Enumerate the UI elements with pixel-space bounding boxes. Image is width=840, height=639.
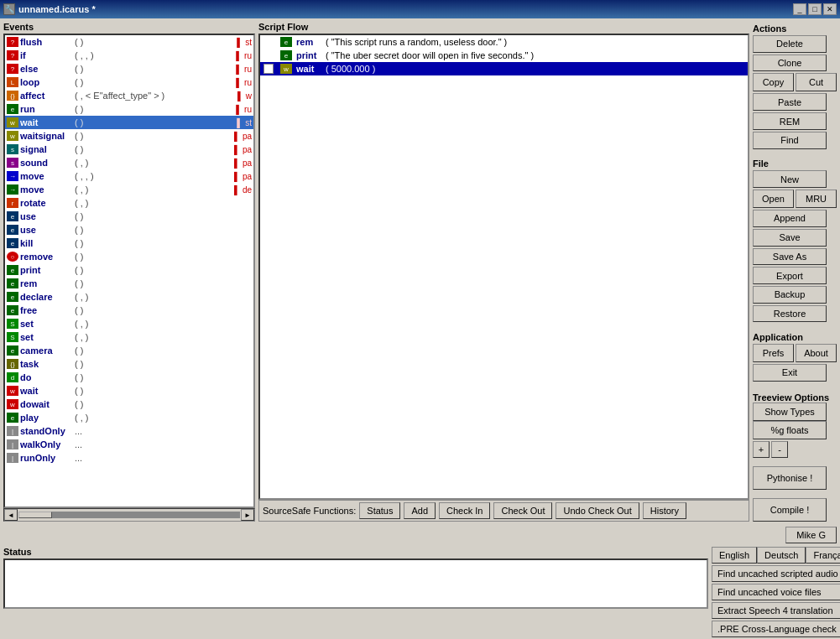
event-icon: ? [7,64,18,74]
rem-button[interactable]: REM [753,112,827,130]
events-list-container[interactable]: ? flush ( ) ▌ st ? if ( , , ) ▌ ru ? els… [3,34,255,508]
event-params: ( , ) [75,184,89,195]
script-row[interactable]: - w wait ( 5000.000 ) [260,62,748,75]
plus-button[interactable]: + [753,441,770,458]
restore-button[interactable]: Restore [753,305,827,323]
english-button[interactable]: English [712,547,757,564]
app-icon: 🔧 [3,3,15,15]
script-flow-label: Script Flow [258,22,749,32]
add-button[interactable]: Add [404,502,436,519]
close-button[interactable]: ✕ [823,3,837,15]
export-button[interactable]: Export [753,267,827,284]
event-row[interactable]: e use ( ) [5,223,253,236]
francais-button[interactable]: Français [806,547,840,564]
script-flow-container[interactable]: e rem ( "This script runs a random, usel… [258,34,749,500]
events-panel: Events ? flush ( ) ▌ st ? if ( , , ) ▌ r… [3,22,255,522]
open-button[interactable]: Open [753,190,794,208]
event-row[interactable]: e play ( , ) [5,411,253,424]
script-cmd: rem [294,37,326,47]
event-row[interactable]: ? else ( ) ▌ ru [5,62,253,75]
event-row[interactable]: → move ( , , ) ▌ pa [5,169,253,183]
compile-button[interactable]: Compile ! [753,498,827,522]
clone-button[interactable]: Clone [753,55,827,72]
event-row[interactable]: ? flush ( ) ▌ st [5,35,253,49]
event-row[interactable]: e free ( ) [5,304,253,317]
event-row[interactable]: r rotate ( , ) [5,196,253,210]
event-row[interactable]: | runOnly ... [5,451,253,465]
script-flow-panel: Script Flow e rem ( "This script runs a … [258,22,749,522]
event-row[interactable]: e print ( ) [5,263,253,277]
append-button[interactable]: Append [753,210,827,227]
events-scrollbar[interactable]: ◄ ► [3,508,255,522]
event-row[interactable]: → move ( , ) ▌ de [5,183,253,196]
event-row[interactable]: | standOnly ... [5,424,253,438]
show-types-button[interactable]: Show Types [753,403,827,421]
right-panel: Actions Delete Clone Copy Cut Paste REM … [753,22,837,522]
deutsch-button[interactable]: Deutsch [757,547,806,564]
event-icon: S [7,319,18,329]
event-icon: e [7,345,18,356]
save-as-button[interactable]: Save As [753,248,827,266]
check-out-button[interactable]: Check Out [493,502,552,519]
mru-button[interactable]: MRU [796,190,837,208]
event-row[interactable]: w wait ( ) [5,384,253,397]
event-row[interactable]: s sound ( , ) ▌ pa [5,156,253,169]
find-button[interactable]: Find [753,132,827,149]
event-row[interactable]: e run ( ) ▌ ru [5,102,253,116]
event-row[interactable]: e kill ( ) [5,236,253,250]
actions-label: Actions [753,23,837,34]
event-row[interactable]: w waitsignal ( ) ▌ pa [5,129,253,143]
user-button[interactable]: Mike G [785,527,837,543]
scroll-left-btn[interactable]: ◄ [4,509,18,521]
minus-button[interactable]: - [771,441,788,458]
pct-g-floats-button[interactable]: %g floats [753,421,827,439]
new-button[interactable]: New [753,170,827,188]
maximize-button[interactable]: □ [808,3,822,15]
cut-button[interactable]: Cut [796,73,837,91]
event-icon: L [7,77,18,87]
event-row[interactable]: w wait ( ) ▌ st [5,116,253,129]
about-button[interactable]: About [796,344,837,362]
event-row[interactable]: d do ( ) [5,371,253,384]
check-in-button[interactable]: Check In [439,502,490,519]
undo-check-out-button[interactable]: Undo Check Out [556,502,639,519]
find-uncached-audio-button[interactable]: Find uncached scripted audio [712,565,840,582]
event-params: ( ) [75,399,83,409]
event-row[interactable]: S set ( , ) [5,330,253,344]
event-row[interactable]: | walkOnly ... [5,438,253,451]
status-button[interactable]: Status [359,502,400,519]
scroll-track[interactable] [18,512,240,518]
script-row[interactable]: e print ( "The uber secret door will ope… [260,49,748,62]
scroll-thumb[interactable] [18,512,52,518]
save-button[interactable]: Save [753,229,827,247]
paste-button[interactable]: Paste [753,93,827,111]
prefs-button[interactable]: Prefs [753,344,794,362]
event-icon: e [7,292,18,302]
event-row[interactable]: s signal ( ) ▌ pa [5,143,253,156]
event-row[interactable]: ○ remove ( ) [5,250,253,263]
pre-cross-language-button[interactable]: .PRE Cross-Language check [712,621,840,637]
pythonise-button[interactable]: Pythonise ! [753,466,827,490]
find-uncached-voice-button[interactable]: Find uncached voice files [712,584,840,600]
event-row[interactable]: S set ( , ) [5,317,253,330]
tree-expand[interactable]: - [263,64,274,74]
event-row[interactable]: w dowait ( ) [5,397,253,411]
minimize-button[interactable]: _ [793,3,806,15]
event-row[interactable]: {} task ( ) [5,357,253,371]
backup-button[interactable]: Backup [753,286,827,304]
event-row[interactable]: e declare ( , ) [5,290,253,304]
copy-button[interactable]: Copy [753,73,794,91]
scroll-right-btn[interactable]: ► [241,509,254,521]
script-row[interactable]: e rem ( "This script runs a random, usel… [260,35,748,49]
event-row[interactable]: L loop ( ) ▌ ru [5,75,253,89]
extract-speech-button[interactable]: Extract Speech 4 translation [712,602,840,619]
delete-button[interactable]: Delete [753,35,827,53]
exit-button[interactable]: Exit [753,364,827,382]
history-button[interactable]: History [643,502,686,519]
event-row[interactable]: e rem ( ) [5,277,253,290]
event-right-text: ▌ ru [233,78,252,87]
event-row[interactable]: e use ( ) [5,210,253,223]
event-row[interactable]: ? if ( , , ) ▌ ru [5,49,253,62]
event-row[interactable]: {} affect ( , < E"affect_type" > ) ▌ w [5,89,253,102]
event-row[interactable]: e camera ( ) [5,344,253,357]
